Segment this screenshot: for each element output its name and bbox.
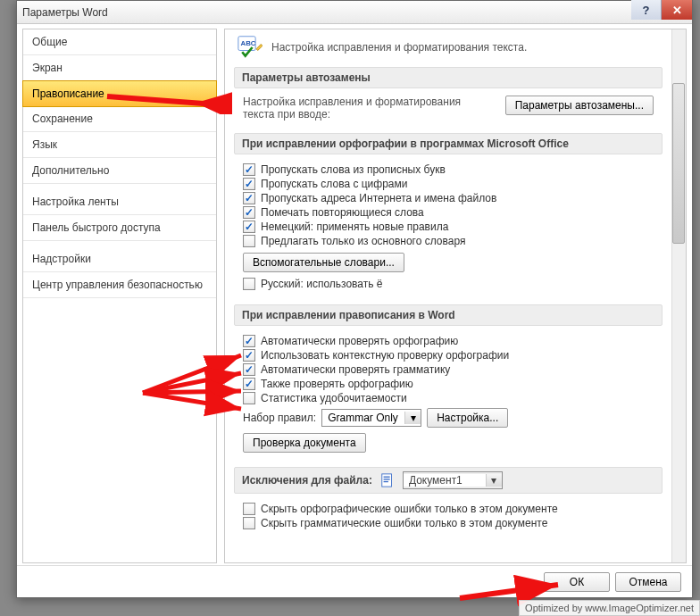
checkbox-numbers[interactable] (243, 178, 255, 190)
ruleset-select[interactable]: Grammar Only ▾ (321, 409, 421, 427)
svg-rect-2 (382, 474, 392, 487)
watermark: Optimized by www.ImageOptimizer.net (519, 600, 700, 616)
scroll-thumb[interactable] (672, 83, 685, 244)
svg-rect-4 (383, 479, 389, 479)
ok-button[interactable]: ОК (544, 572, 610, 592)
checkbox-hide-grammar[interactable] (243, 517, 255, 529)
sidebar-item-addins[interactable]: Надстройки (23, 246, 216, 272)
sidebar-item-qat[interactable]: Панель быстрого доступа (23, 215, 216, 241)
section-word-spelling-title: При исправлении правописания в Word (234, 304, 662, 326)
options-dialog: Параметры Word ? ✕ Общие Экран Правописа… (16, 0, 693, 598)
chevron-down-icon: ▾ (404, 412, 421, 424)
checkbox-urls[interactable] (243, 192, 255, 204)
cancel-button[interactable]: Отмена (615, 572, 681, 592)
ruleset-value: Grammar Only (322, 412, 404, 424)
sidebar-item-proofing[interactable]: Правописание (22, 80, 217, 107)
grammar-settings-button[interactable]: Настройка... (427, 408, 508, 428)
checkbox-also-spell[interactable] (243, 378, 255, 390)
sidebar-item-ribbon[interactable]: Настройка ленты (23, 189, 216, 215)
checkbox-russian-yo[interactable] (243, 278, 255, 290)
sidebar-item-display[interactable]: Экран (23, 55, 216, 81)
checkbox-auto-grammar[interactable] (243, 363, 255, 376)
sidebar-item-save[interactable]: Сохранение (23, 106, 216, 132)
chevron-down-icon: ▾ (486, 474, 502, 487)
document-icon (379, 472, 396, 488)
scrollbar[interactable] (671, 29, 686, 562)
help-button[interactable]: ? (631, 0, 662, 20)
section-exclusions-title: Исключения для файла: (242, 474, 372, 487)
checkbox-contextual[interactable] (243, 349, 255, 362)
autocorrect-options-button[interactable]: Параметры автозамены... (505, 96, 654, 115)
titlebar: Параметры Word ? ✕ (17, 1, 692, 24)
close-button[interactable]: ✕ (662, 0, 692, 20)
checkbox-auto-spell[interactable] (243, 335, 255, 347)
category-sidebar: Общие Экран Правописание Сохранение Язык… (22, 29, 217, 563)
checkbox-repeated[interactable] (243, 206, 255, 219)
svg-text:ABC: ABC (241, 39, 256, 47)
ruleset-label: Набор правил: (243, 412, 316, 424)
sidebar-item-trust[interactable]: Центр управления безопасностью (23, 272, 216, 298)
checkbox-hide-spell[interactable] (243, 503, 255, 515)
options-panel: ABC Настройка исправления и форматирован… (224, 29, 687, 563)
section-autocorrect-title: Параметры автозамены (234, 67, 662, 88)
sidebar-item-general[interactable]: Общие (23, 29, 216, 55)
checkbox-uppercase[interactable] (243, 163, 255, 176)
autocorrect-text: Настройка исправления и форматирования т… (243, 96, 493, 121)
section-office-spelling-title: При исправлении орфографии в программах … (234, 133, 662, 154)
svg-rect-5 (383, 481, 388, 482)
intro-text: Настройка исправления и форматирования т… (271, 41, 527, 54)
svg-rect-3 (383, 477, 389, 478)
checkbox-main-dict[interactable] (243, 235, 255, 247)
custom-dictionaries-button[interactable]: Вспомогательные словари... (243, 253, 404, 272)
sidebar-item-advanced[interactable]: Дополнительно (23, 158, 216, 184)
recheck-document-button[interactable]: Проверка документа (243, 433, 366, 453)
proofing-icon: ABC (238, 35, 262, 60)
dialog-title: Параметры Word (22, 6, 108, 19)
exclusion-file-select[interactable]: Документ1 ▾ (403, 471, 503, 489)
checkbox-german[interactable] (243, 221, 255, 233)
checkbox-readability[interactable] (243, 392, 255, 404)
sidebar-item-language[interactable]: Язык (23, 132, 216, 158)
dialog-footer: ОК Отмена (17, 565, 692, 597)
exclusion-file-value: Документ1 (404, 474, 486, 487)
